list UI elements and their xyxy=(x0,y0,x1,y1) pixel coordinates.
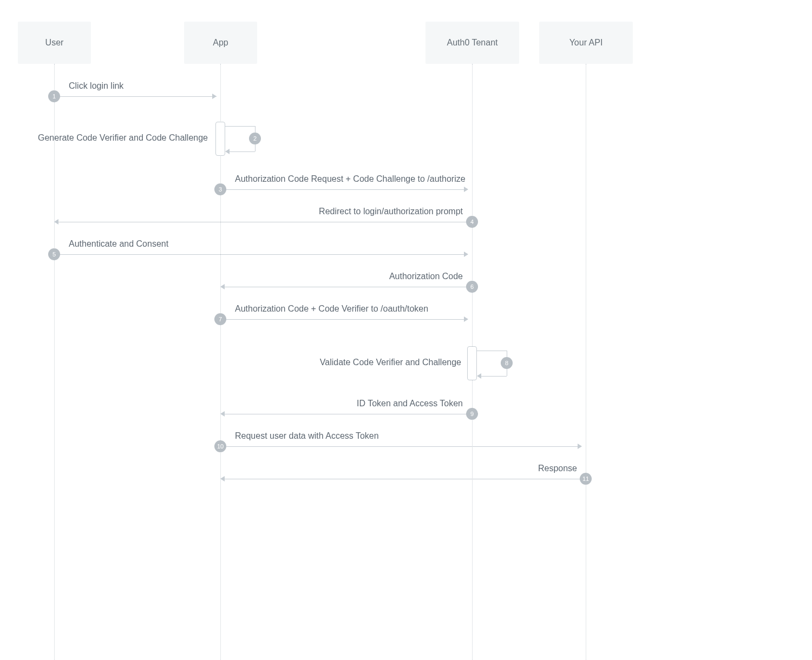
label-step-7: Authorization Code + Code Verifier to /o… xyxy=(235,304,428,314)
label-step-5: Authenticate and Consent xyxy=(69,239,168,249)
label-step-2: Generate Code Verifier and Code Challeng… xyxy=(38,133,208,143)
arrow-step-9 xyxy=(225,414,472,414)
badge-step-10: 10 xyxy=(214,440,226,452)
arrow-step-3 xyxy=(220,189,468,190)
label-step-4: Redirect to login/authorization prompt xyxy=(319,207,463,216)
arrowhead-step-5 xyxy=(464,252,468,257)
arrow-step-11 xyxy=(225,479,586,479)
arrowhead-step-6 xyxy=(220,284,225,289)
arrowhead-step-4 xyxy=(54,219,58,225)
loop-bottom-step-2 xyxy=(230,151,255,152)
arrowhead-step-7 xyxy=(464,316,468,322)
badge-step-9: 9 xyxy=(466,408,478,420)
badge-step-6: 6 xyxy=(466,281,478,293)
label-step-6: Authorization Code xyxy=(389,272,463,281)
badge-step-5: 5 xyxy=(48,248,60,260)
arrowhead-step-9 xyxy=(220,411,225,417)
arrow-step-6 xyxy=(225,287,472,287)
lane-user: User xyxy=(18,22,91,64)
arrowhead-step-10 xyxy=(578,444,582,449)
arrow-step-7 xyxy=(220,319,468,320)
activation-tenant-step-8 xyxy=(467,346,477,380)
arrow-step-5 xyxy=(54,254,468,255)
badge-step-11: 11 xyxy=(580,473,592,485)
arrowhead-step-3 xyxy=(464,187,468,192)
badge-step-7: 7 xyxy=(214,313,226,325)
loop-bottom-step-8 xyxy=(481,376,507,377)
activation-app-step-2 xyxy=(215,122,225,156)
lifeline-api xyxy=(586,64,586,660)
arrow-step-10 xyxy=(220,446,581,447)
loop-top-step-8 xyxy=(477,351,507,351)
label-step-10: Request user data with Access Token xyxy=(235,431,379,441)
loop-top-step-2 xyxy=(225,126,255,127)
label-step-9: ID Token and Access Token xyxy=(357,399,463,408)
arrowhead-step-1 xyxy=(212,94,217,99)
arrowhead-step-2 xyxy=(225,149,230,154)
badge-step-1: 1 xyxy=(48,90,60,102)
badge-step-2: 2 xyxy=(249,133,261,144)
badge-step-3: 3 xyxy=(214,183,226,195)
arrowhead-step-11 xyxy=(220,476,225,481)
arrowhead-step-8 xyxy=(477,373,481,379)
lifeline-user xyxy=(54,64,55,660)
lane-api: Your API xyxy=(539,22,633,64)
arrow-step-1 xyxy=(54,96,217,97)
lane-app: App xyxy=(184,22,257,64)
label-step-8: Validate Code Verifier and Challenge xyxy=(320,358,461,367)
lane-tenant: Auth0 Tenant xyxy=(425,22,519,64)
label-step-3: Authorization Code Request + Code Challe… xyxy=(235,174,466,184)
arrow-step-4 xyxy=(58,222,472,222)
label-step-1: Click login link xyxy=(69,81,123,91)
badge-step-8: 8 xyxy=(501,357,513,369)
badge-step-4: 4 xyxy=(466,216,478,228)
label-step-11: Response xyxy=(538,464,577,473)
